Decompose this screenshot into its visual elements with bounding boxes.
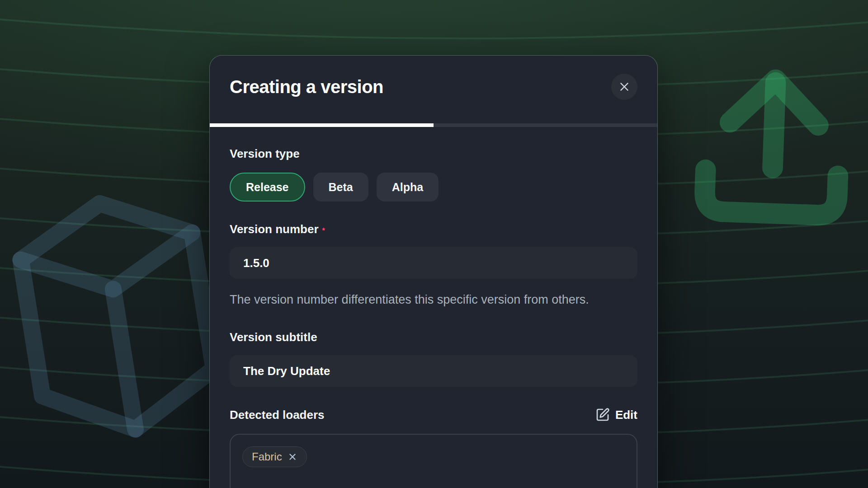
remove-loader-button[interactable] [288, 452, 297, 462]
close-icon [618, 81, 630, 93]
detected-loaders-section: Detected loaders Edit Fabric [230, 408, 637, 488]
package-cube-icon [0, 176, 236, 469]
version-type-alpha-button[interactable]: Alpha [377, 173, 439, 202]
version-subtitle-section: Version subtitle [230, 330, 637, 387]
version-type-release-button[interactable]: Release [230, 173, 305, 202]
version-number-input[interactable] [230, 247, 637, 279]
creating-version-modal: Creating a version Version type Release … [209, 55, 658, 488]
version-type-beta-button[interactable]: Beta [313, 173, 368, 202]
modal-body: Version type Release Beta Alpha Version … [210, 127, 657, 488]
version-number-section: Version number* The version number diffe… [230, 222, 637, 310]
edit-button-label: Edit [615, 408, 637, 422]
required-asterisk: * [322, 227, 325, 235]
detected-loaders-box: Fabric [230, 434, 637, 488]
remove-loader-icon [288, 452, 297, 462]
version-type-options: Release Beta Alpha [230, 173, 637, 202]
progress-fill [210, 123, 434, 127]
close-button[interactable] [611, 74, 637, 100]
detected-loaders-label: Detected loaders [230, 408, 325, 422]
version-number-label: Version number [230, 222, 319, 236]
upload-arrow-icon [685, 42, 863, 243]
version-subtitle-input[interactable] [230, 355, 637, 387]
loader-chip: Fabric [242, 446, 307, 467]
version-type-label: Version type [230, 147, 637, 161]
modal-header: Creating a version [210, 56, 657, 123]
page-title: Creating a version [230, 77, 383, 97]
version-subtitle-label: Version subtitle [230, 330, 637, 344]
loader-chip-label: Fabric [252, 450, 282, 463]
edit-icon [595, 408, 610, 422]
version-type-section: Version type Release Beta Alpha [230, 147, 637, 202]
version-number-help: The version number differentiates this s… [230, 290, 637, 310]
progress-bar [210, 123, 657, 127]
edit-loaders-button[interactable]: Edit [595, 408, 637, 422]
